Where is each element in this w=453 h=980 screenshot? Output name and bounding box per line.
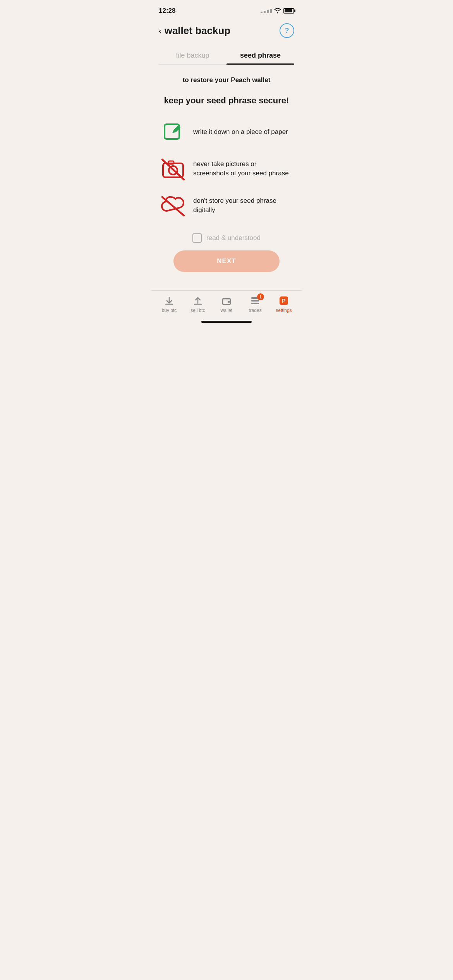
status-time: 12:28 bbox=[159, 7, 175, 15]
header-left: ‹ wallet backup bbox=[159, 25, 230, 37]
help-button[interactable]: ? bbox=[280, 23, 294, 38]
wifi-icon bbox=[274, 8, 281, 14]
upload-icon bbox=[192, 295, 204, 306]
page-title: wallet backup bbox=[165, 25, 231, 37]
no-camera-icon bbox=[160, 156, 185, 181]
secure-title: keep your seed phrase secure! bbox=[160, 96, 293, 106]
tabs-container: file backup seed phrase bbox=[159, 48, 294, 65]
svg-text:P: P bbox=[282, 298, 285, 304]
list-item: write it down on a piece of paper bbox=[160, 119, 293, 144]
battery-icon bbox=[283, 8, 294, 14]
restore-text: to restore your Peach wallet bbox=[160, 76, 293, 84]
nav-trades[interactable]: 1 trades bbox=[244, 295, 267, 313]
signal-icon bbox=[261, 9, 272, 13]
header: ‹ wallet backup ? bbox=[151, 19, 302, 44]
write-icon bbox=[160, 119, 185, 144]
acknowledge-area: read & understood bbox=[160, 233, 293, 243]
read-understood-checkbox[interactable] bbox=[192, 233, 202, 243]
no-camera-text: never take pictures or screenshots of yo… bbox=[193, 159, 293, 178]
nav-wallet-label: wallet bbox=[221, 308, 233, 313]
nav-settings-label: settings bbox=[276, 308, 292, 313]
nav-trades-label: trades bbox=[249, 308, 261, 313]
write-down-text: write it down on a piece of paper bbox=[193, 127, 288, 137]
svg-rect-11 bbox=[251, 303, 259, 304]
tab-file-backup[interactable]: file backup bbox=[159, 48, 226, 64]
settings-icon: P bbox=[278, 295, 290, 306]
status-bar: 12:28 bbox=[151, 0, 302, 19]
security-items-list: write it down on a piece of paper never … bbox=[160, 119, 293, 218]
nav-buy-btc-label: buy btc bbox=[162, 308, 177, 313]
next-button[interactable]: NEXT bbox=[173, 250, 280, 272]
list-item: never take pictures or screenshots of yo… bbox=[160, 156, 293, 181]
read-understood-label: read & understood bbox=[206, 234, 261, 242]
download-icon bbox=[163, 295, 175, 306]
home-indicator bbox=[201, 321, 252, 323]
nav-sell-btc-label: sell btc bbox=[190, 308, 205, 313]
nav-buy-btc[interactable]: buy btc bbox=[158, 295, 181, 313]
nav-sell-btc[interactable]: sell btc bbox=[186, 295, 209, 313]
nav-settings[interactable]: P settings bbox=[272, 295, 295, 313]
svg-rect-8 bbox=[228, 301, 230, 303]
wallet-icon bbox=[221, 295, 232, 306]
tab-seed-phrase[interactable]: seed phrase bbox=[226, 48, 294, 64]
nav-wallet[interactable]: wallet bbox=[215, 295, 238, 313]
no-cloud-text: don't store your seed phrase digitally bbox=[193, 196, 293, 215]
bottom-nav: buy btc sell btc wallet bbox=[151, 290, 302, 321]
list-item: don't store your seed phrase digitally bbox=[160, 193, 293, 218]
no-cloud-icon bbox=[160, 193, 185, 218]
back-button[interactable]: ‹ bbox=[159, 26, 161, 35]
trades-badge: 1 bbox=[257, 293, 264, 300]
main-content: to restore your Peach wallet keep your s… bbox=[151, 65, 302, 290]
trades-icon: 1 bbox=[249, 295, 261, 306]
svg-line-6 bbox=[162, 197, 184, 216]
status-icons bbox=[261, 8, 294, 14]
svg-rect-10 bbox=[251, 300, 259, 302]
